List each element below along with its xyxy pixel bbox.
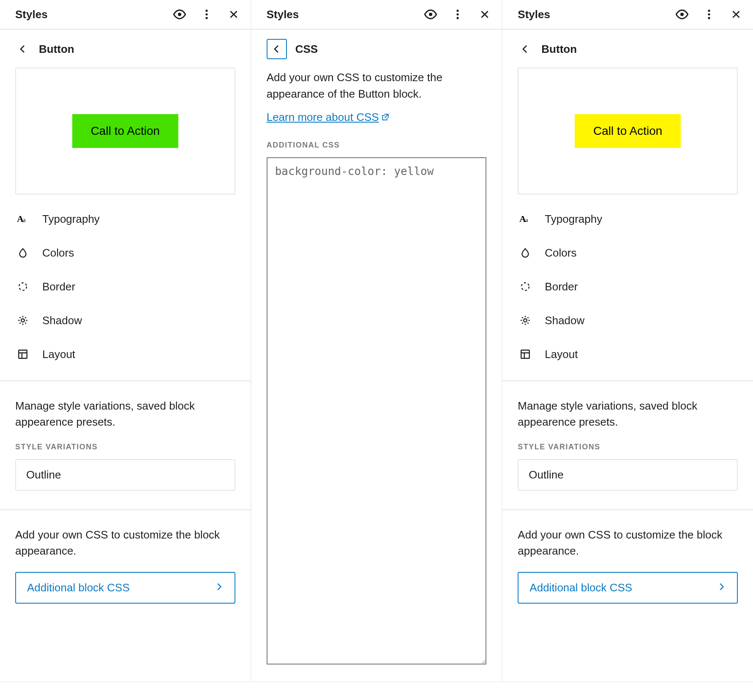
- chevron-right-icon: [717, 581, 726, 594]
- variations-heading: STYLE VARIATIONS: [518, 443, 738, 451]
- panel-title: Styles: [518, 8, 550, 21]
- chevron-right-icon: [214, 581, 224, 594]
- drop-icon: [518, 245, 533, 260]
- css-editor-body: Add your own CSS to customize the appear…: [251, 59, 502, 681]
- additional-css-heading: ADDITIONAL CSS: [267, 141, 487, 150]
- setting-label: Border: [42, 280, 75, 293]
- css-section: Add your own CSS to customize the block …: [0, 509, 251, 603]
- settings-colors[interactable]: Colors: [518, 245, 738, 260]
- breadcrumb: CSS: [251, 30, 502, 59]
- settings-typography[interactable]: Typography: [518, 211, 738, 227]
- css-section: Add your own CSS to customize the block …: [502, 509, 753, 603]
- panel-header: Styles: [0, 0, 251, 30]
- panel-header: Styles: [251, 0, 502, 30]
- additional-css-button[interactable]: Additional block CSS: [518, 572, 738, 604]
- variations-desc: Manage style variations, saved block app…: [518, 398, 738, 430]
- additional-css-label: Additional block CSS: [529, 581, 632, 594]
- variations-desc: Manage style variations, saved block app…: [15, 398, 235, 430]
- sun-icon: [518, 313, 533, 328]
- variations-heading: STYLE VARIATIONS: [15, 443, 235, 451]
- typography-icon: [15, 211, 30, 227]
- button-preview: Call to Action: [15, 68, 235, 194]
- setting-label: Shadow: [42, 314, 82, 327]
- settings-colors[interactable]: Colors: [15, 245, 235, 260]
- back-button[interactable]: [518, 41, 533, 57]
- header-actions: [424, 8, 491, 21]
- css-description: Add your own CSS to customize the appear…: [267, 69, 487, 102]
- border-icon: [518, 279, 533, 294]
- additional-css-label: Additional block CSS: [27, 581, 130, 594]
- setting-label: Colors: [545, 246, 576, 260]
- setting-label: Layout: [545, 348, 578, 361]
- css-editor[interactable]: [267, 157, 487, 664]
- settings-layout[interactable]: Layout: [518, 347, 738, 362]
- css-desc: Add your own CSS to customize the block …: [518, 527, 738, 559]
- cta-button: Call to Action: [72, 114, 178, 148]
- breadcrumb-label: Button: [39, 43, 74, 56]
- variations-section: Manage style variations, saved block app…: [502, 380, 753, 491]
- learn-more-label: Learn more about CSS: [267, 111, 379, 124]
- variation-outline[interactable]: Outline: [518, 459, 738, 491]
- panel-left: Styles Button Call to Action Typography …: [0, 0, 251, 681]
- panel-middle: Styles CSS Add your own CSS to customize…: [251, 0, 503, 681]
- eye-icon[interactable]: [675, 8, 689, 21]
- settings-shadow[interactable]: Shadow: [518, 313, 738, 328]
- panel-header: Styles: [502, 0, 753, 30]
- eye-icon[interactable]: [173, 8, 186, 21]
- settings-list: Typography Colors Border Shadow Layout: [518, 211, 738, 362]
- setting-label: Typography: [545, 213, 602, 226]
- more-icon[interactable]: [702, 8, 716, 21]
- panel-right: Styles Button Call to Action Typography …: [502, 0, 753, 681]
- external-link-icon: [382, 111, 389, 124]
- settings-layout[interactable]: Layout: [15, 347, 235, 362]
- close-icon[interactable]: [729, 8, 743, 21]
- panel-title: Styles: [267, 8, 299, 21]
- cta-button: Call to Action: [575, 114, 681, 148]
- setting-label: Colors: [42, 246, 74, 260]
- settings-border[interactable]: Border: [15, 279, 235, 294]
- settings-border[interactable]: Border: [518, 279, 738, 294]
- setting-label: Shadow: [545, 314, 584, 327]
- button-preview: Call to Action: [518, 68, 738, 194]
- layout-icon: [518, 347, 533, 362]
- settings-typography[interactable]: Typography: [15, 211, 235, 227]
- setting-label: Border: [545, 280, 578, 293]
- header-actions: [675, 8, 743, 21]
- header-actions: [173, 8, 240, 21]
- drop-icon: [15, 245, 30, 260]
- setting-label: Typography: [42, 213, 100, 226]
- typography-icon: [518, 211, 533, 227]
- breadcrumb-label: Button: [541, 43, 577, 56]
- variation-outline[interactable]: Outline: [15, 459, 235, 491]
- border-icon: [15, 279, 30, 294]
- sun-icon: [15, 313, 30, 328]
- back-button[interactable]: [15, 41, 30, 57]
- additional-css-button[interactable]: Additional block CSS: [15, 572, 235, 604]
- panel-title: Styles: [15, 8, 48, 21]
- breadcrumb: Button: [0, 30, 251, 57]
- more-icon[interactable]: [200, 8, 213, 21]
- variations-section: Manage style variations, saved block app…: [0, 380, 251, 491]
- breadcrumb: Button: [502, 30, 753, 57]
- css-desc: Add your own CSS to customize the block …: [15, 527, 235, 559]
- settings-shadow[interactable]: Shadow: [15, 313, 235, 328]
- settings-list: Typography Colors Border Shadow Layout: [15, 211, 235, 362]
- eye-icon[interactable]: [424, 8, 437, 21]
- breadcrumb-label: CSS: [295, 43, 318, 56]
- layout-icon: [15, 347, 30, 362]
- setting-label: Layout: [42, 348, 75, 361]
- close-icon[interactable]: [227, 8, 240, 21]
- learn-more-link[interactable]: Learn more about CSS: [267, 111, 389, 124]
- close-icon[interactable]: [478, 8, 491, 21]
- more-icon[interactable]: [451, 8, 464, 21]
- back-button[interactable]: [267, 39, 287, 59]
